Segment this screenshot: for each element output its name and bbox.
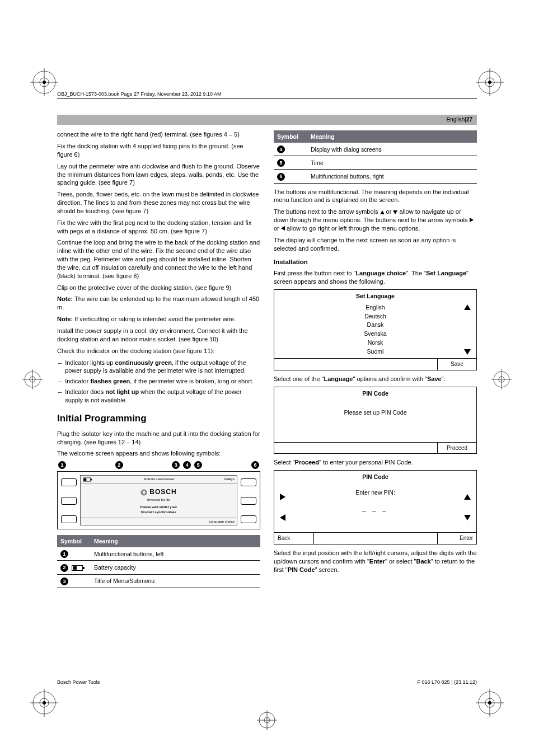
dialog-pin-enter: PIN Code Enter new PIN: – – –: [274, 470, 477, 544]
section-heading: Initial Programming: [57, 412, 260, 425]
note-text: Note: If verticutting or raking is inten…: [57, 315, 260, 323]
arrow-right-icon: [470, 218, 474, 222]
footer-right: F 016 L70 825 | (23.11.12): [418, 679, 477, 685]
arrow-down-icon: [464, 515, 471, 520]
language-list: English Deutsch Dansk Svenska Norsk Suom…: [279, 303, 472, 356]
arrow-right-icon: [280, 494, 285, 500]
dialog-prompt: Enter new PIN:: [279, 489, 472, 496]
brand-name: BOSCH: [149, 487, 176, 496]
header-language: English: [446, 116, 465, 124]
body-text: Trees, ponds, flower beds, etc. on the l…: [57, 190, 260, 215]
crop-mark-tr: [476, 68, 504, 96]
note-text: Note: The wire can be extended up to the…: [57, 295, 260, 312]
table-header: Meaning: [307, 130, 477, 143]
right-column: Symbol Meaning 4 Display with dialog scr…: [274, 130, 477, 592]
battery-icon: [72, 565, 83, 571]
callout-2: 2: [115, 461, 123, 469]
callout-3: 3: [60, 577, 68, 585]
device-side-button: [241, 515, 256, 523]
reg-mark-right: [491, 369, 512, 389]
callout-1: 1: [60, 550, 68, 558]
subsection-heading: Installation: [274, 258, 477, 267]
list-item: Svenska: [279, 330, 472, 339]
table-row: 4 Display with dialog screens: [274, 143, 477, 156]
body-text: The welcome screen appears and shows fol…: [57, 449, 260, 458]
arrow-left-icon: [280, 514, 285, 521]
list-item: – Indicator lights up continuously green…: [57, 359, 260, 375]
body-text: Select "Proceed" to enter your personal …: [274, 458, 477, 467]
arrow-up-icon: [380, 210, 385, 214]
footer-left: Bosch Power Tools: [57, 679, 100, 685]
body-text: Install the power supply in a cool, dry …: [57, 327, 260, 344]
callout-5: 5: [277, 159, 285, 167]
dialog-title: PIN Code: [274, 471, 476, 482]
running-header: OBJ_BUCH-1573-003.book Page 27 Friday, N…: [57, 91, 477, 99]
dialog-proceed-button: Proceed: [437, 443, 476, 454]
welcome-screen-diagram: 1 2 3 4 5 6: [57, 461, 260, 529]
list-item: Deutsch: [279, 312, 472, 321]
body-text: Select one of the "Language" options and…: [274, 375, 477, 383]
body-text: connect the wire to the right hand (red)…: [57, 130, 260, 139]
list-item: Dansk: [279, 321, 472, 330]
table-header: Symbol: [274, 130, 307, 143]
device-side-button: [61, 478, 77, 486]
symbol-table-right: Symbol Meaning 4 Display with dialog scr…: [274, 130, 477, 183]
table-header: Symbol: [57, 535, 91, 547]
arrow-up-icon: [464, 304, 471, 310]
body-text: Select the input position with the left/…: [274, 549, 477, 574]
reg-mark-left: [22, 369, 43, 389]
callout-2: 2: [60, 564, 68, 572]
bosch-logo-icon: [140, 489, 147, 496]
device-side-button: [241, 478, 256, 486]
dialog-message: Please set up PIN Code: [344, 408, 406, 416]
callout-3: 3: [172, 461, 180, 469]
arrow-up-icon: [464, 494, 471, 500]
dialog-set-language: Set Language English Deutsch Dansk Svens…: [274, 289, 477, 370]
device-display: Robotic Lawnmower Indego BOSCH Invented …: [80, 475, 237, 525]
callout-1: 1: [58, 461, 66, 469]
page-number: 27: [466, 116, 472, 124]
battery-icon: [83, 478, 91, 482]
page-footer: Bosch Power Tools F 016 L70 825 | (23.11…: [57, 675, 477, 685]
crop-mark-tl: [30, 68, 58, 96]
list-item: – Indicator does not light up when the o…: [57, 388, 260, 405]
list-item: Norsk: [279, 339, 472, 348]
callout-6: 6: [251, 461, 259, 469]
table-row: 5 Time: [274, 156, 477, 170]
body-text: First press the button next to "Language…: [274, 269, 477, 286]
body-text: Continue the loop and bring the wire to …: [57, 238, 260, 280]
svg-point-32: [141, 490, 147, 495]
callout-6: 6: [277, 173, 285, 181]
arrow-down-icon: [464, 349, 471, 355]
dialog-title: PIN Code: [274, 387, 476, 398]
list-item: English: [279, 303, 472, 312]
page-content: OBJ_BUCH-1573-003.book Page 27 Friday, N…: [57, 73, 477, 685]
body-text: Lay out the perimeter wire anti-clockwis…: [57, 162, 260, 187]
body-text: The display will change to the next scre…: [274, 236, 477, 253]
symbol-table-left: Symbol Meaning 1 Multifunctional buttons…: [57, 535, 260, 588]
dialog-back-button: Back: [274, 533, 313, 544]
crop-mark-br: [476, 689, 504, 717]
dialog-enter-button: Enter: [437, 533, 476, 544]
body-text: The buttons are multifunctional. The mea…: [274, 188, 477, 205]
list-item: – Indicator flashes green, if the perime…: [57, 377, 260, 386]
table-row: 2 Battery capacity: [57, 561, 260, 574]
device-side-button: [61, 515, 77, 523]
dialog-title: Set Language: [274, 290, 476, 301]
body-text: Fix the docking station with 4 supplied …: [57, 142, 260, 159]
table-row: 1 Multifunctional buttons, left: [57, 547, 260, 561]
body-text: Plug the isolator key into the machine a…: [57, 430, 260, 447]
pin-slots: – – –: [279, 506, 472, 515]
device-side-button: [241, 497, 256, 505]
arrow-left-icon: [281, 226, 285, 231]
left-column: connect the wire to the right hand (red)…: [57, 130, 260, 592]
device-side-button: [61, 497, 77, 505]
callout-4: 4: [277, 145, 285, 153]
page-header-bar: English | 27: [57, 115, 477, 125]
table-row: 3 Title of Menu/Submenu: [57, 574, 260, 588]
dialog-pin-setup: PIN Code Please set up PIN Code Proceed: [274, 387, 477, 454]
list-item: Suomi: [279, 348, 472, 356]
callout-4: 4: [183, 461, 191, 469]
svg-rect-33: [142, 491, 146, 494]
reg-mark-bottom: [257, 710, 277, 730]
